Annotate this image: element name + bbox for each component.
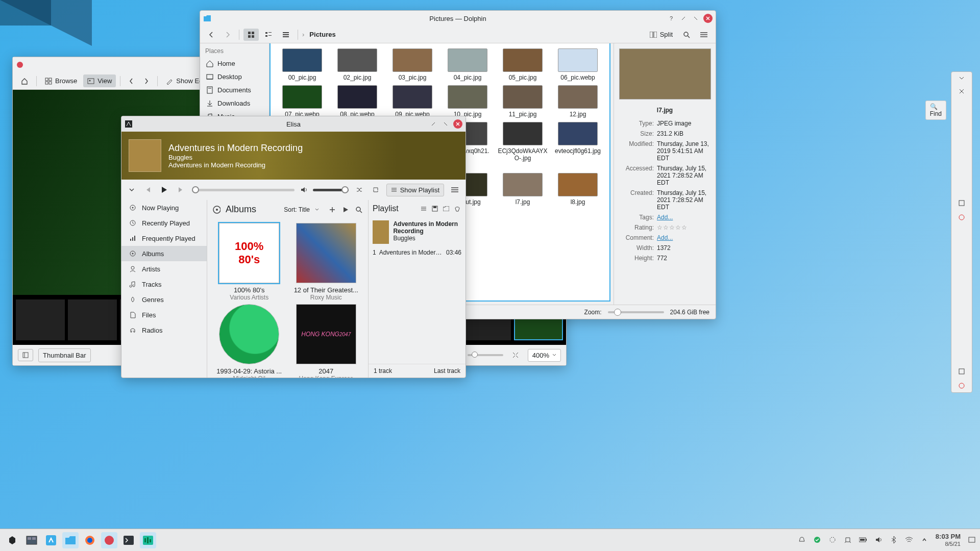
play-all-icon[interactable] <box>341 206 350 214</box>
places-item-documents[interactable]: Documents <box>200 83 269 96</box>
places-item-desktop[interactable]: Desktop <box>200 70 269 83</box>
nav-back[interactable] <box>125 75 138 87</box>
search-button[interactable] <box>679 29 694 41</box>
zoom-combo[interactable]: 400% <box>528 349 561 362</box>
elisa-window[interactable]: Elisa Adventures in Modern Recording Bug… <box>121 116 466 378</box>
compact-view-button[interactable] <box>261 29 276 41</box>
hamburger-button[interactable] <box>696 29 712 40</box>
show-playlist-button[interactable]: Show Playlist <box>386 184 444 196</box>
maximize-button[interactable] <box>691 14 700 23</box>
zoom-100-button[interactable] <box>508 349 523 361</box>
menu-button[interactable] <box>449 185 460 195</box>
file-thumb[interactable]: 05_pic.jpg <box>496 48 549 81</box>
zoom-slider[interactable] <box>608 311 664 313</box>
task-elisa[interactable] <box>140 532 156 548</box>
album-item[interactable]: 100%80's100% 80'sVarious Artists <box>213 223 285 301</box>
info-comment-add[interactable]: Add... <box>657 234 673 241</box>
playlist-save-icon[interactable] <box>431 205 439 213</box>
file-thumb[interactable]: 06_pic.webp <box>551 48 604 81</box>
places-item-downloads[interactable]: Downloads <box>200 96 269 110</box>
task-gwenview[interactable] <box>101 532 117 548</box>
dolphin-titlebar[interactable]: Pictures — Dolphin ? <box>200 11 716 26</box>
tray-keyboard-icon[interactable] <box>844 536 852 544</box>
prev-track-button[interactable] <box>142 184 153 195</box>
sidebar-item-albums[interactable]: Albums <box>121 246 207 261</box>
task-dolphin[interactable] <box>62 532 79 548</box>
sidebar-item-tracks[interactable]: Tracks <box>121 277 207 292</box>
chevron-down-icon[interactable] <box>959 75 965 81</box>
maximize-button[interactable] <box>441 119 450 129</box>
browse-button[interactable]: Browse <box>41 74 81 87</box>
next-track-button[interactable] <box>176 184 187 195</box>
split-button[interactable]: Split <box>646 28 677 41</box>
info-rating[interactable]: ☆☆☆☆☆ <box>657 224 710 231</box>
volume-icon[interactable] <box>300 186 308 194</box>
view-button[interactable]: View <box>83 74 116 87</box>
file-thumb[interactable]: 02_pic.jpg <box>331 48 384 81</box>
sidebar-item-radios[interactable]: Radios <box>121 322 207 338</box>
file-thumb[interactable]: 00_pic.jpg <box>276 48 329 81</box>
file-thumb[interactable]: 04_pic.jpg <box>441 48 494 81</box>
tray-bluetooth-icon[interactable] <box>890 536 898 544</box>
file-thumb[interactable]: l7.jpg <box>496 173 549 206</box>
playlist-current[interactable]: Adventures in Modern Recording Buggles <box>369 217 465 247</box>
album-item[interactable]: 1993-04-29: Astoria ...Midnight Oil <box>213 304 285 378</box>
playlist-clear-icon[interactable] <box>453 205 461 213</box>
sidebar-toggle[interactable] <box>18 349 33 361</box>
album-item[interactable]: HONG KONG20472047Hong Kong Express <box>290 304 362 378</box>
file-thumb[interactable]: evteocjfl0g61.jpg <box>551 122 604 169</box>
task-konsole[interactable] <box>120 532 137 548</box>
sidebar-item-artists[interactable]: Artists <box>121 261 207 277</box>
tray-notifications-icon[interactable] <box>798 536 806 544</box>
chevron-down-icon[interactable] <box>127 185 137 195</box>
add-icon[interactable] <box>328 206 336 214</box>
taskbar[interactable]: 8:03 PM 8/5/21 <box>0 529 980 551</box>
strip-thumb[interactable] <box>68 299 117 340</box>
app-launcher[interactable] <box>4 532 20 548</box>
sidebar-item-recently-played[interactable]: Recently Played <box>121 215 207 231</box>
file-thumb[interactable]: l8.jpg <box>551 173 604 206</box>
close-button[interactable] <box>703 14 713 23</box>
find-button[interactable]: 🔍 Find <box>925 101 946 120</box>
nav-forward[interactable] <box>140 75 153 87</box>
action-icon[interactable] <box>958 368 965 375</box>
file-thumb[interactable]: 11_pic.jpg <box>496 85 549 118</box>
task-firefox[interactable] <box>82 532 98 548</box>
file-thumb[interactable]: ECj3QdoWkAAYXO-.jpg <box>496 122 549 169</box>
playlist-track[interactable]: 1 Adventures in Modern R... 03:46 <box>369 247 465 258</box>
help-button[interactable]: ? <box>667 14 676 23</box>
strip-thumb[interactable] <box>16 299 65 340</box>
forward-button[interactable] <box>220 29 235 41</box>
tray-network-icon[interactable] <box>905 536 913 544</box>
icons-view-button[interactable] <box>243 29 259 41</box>
clock[interactable]: 8:03 PM 8/5/21 <box>936 533 961 546</box>
file-thumb[interactable]: 10_pic.jpg <box>441 85 494 118</box>
file-thumb[interactable]: 09_pic.webp <box>386 85 439 118</box>
close-icon[interactable] <box>959 88 965 94</box>
task-discover[interactable] <box>43 532 59 548</box>
action-icon[interactable] <box>958 382 965 389</box>
file-thumb[interactable]: 03_pic.jpg <box>386 48 439 81</box>
playlist-list-icon[interactable] <box>420 205 428 213</box>
task-pager[interactable] <box>23 532 40 548</box>
back-button[interactable] <box>204 29 218 41</box>
tray-klipper-icon[interactable] <box>828 536 837 544</box>
repeat-button[interactable] <box>370 184 381 195</box>
play-button[interactable] <box>158 184 170 196</box>
tray-desktop-icon[interactable] <box>968 536 976 544</box>
playlist-folder-icon[interactable] <box>442 205 450 213</box>
progress-slider[interactable] <box>192 189 295 191</box>
thumbnail-bar-button[interactable]: Thumbnail Bar <box>38 348 91 362</box>
sidebar-item-genres[interactable]: Genres <box>121 292 207 307</box>
minimize-button[interactable] <box>429 119 438 129</box>
file-thumb[interactable]: 08_pic.webp <box>331 85 384 118</box>
sidebar-item-files[interactable]: Files <box>121 307 207 322</box>
minimize-button[interactable] <box>679 14 688 23</box>
places-item-home[interactable]: Home <box>200 57 269 70</box>
action-icon[interactable] <box>958 199 965 207</box>
sidebar-item-frequently-played[interactable]: Frequently Played <box>121 231 207 246</box>
album-item[interactable]: 12 of Their Greatest...Roxy Music <box>290 223 362 301</box>
zoom-slider[interactable] <box>468 354 503 356</box>
action-icon[interactable] <box>958 214 965 221</box>
tray-battery-icon[interactable] <box>859 536 867 544</box>
